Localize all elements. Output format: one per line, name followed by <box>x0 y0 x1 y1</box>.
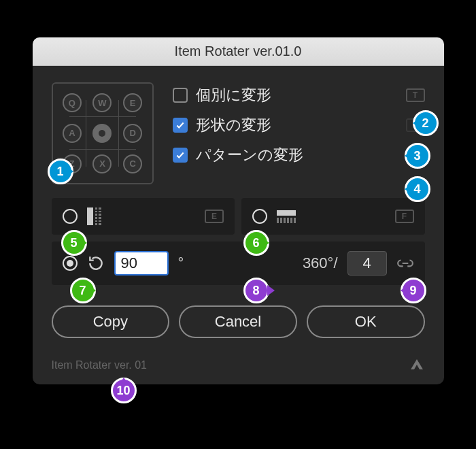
ok-button[interactable]: OK <box>307 305 425 338</box>
rotate-ccw-icon <box>87 254 105 272</box>
window-title: Item Rotater ver.01.0 <box>175 44 302 59</box>
annotation-7: 7 <box>70 278 96 303</box>
hint-key: F <box>395 210 414 223</box>
annotation-9: 9 <box>401 278 426 303</box>
annotation-1: 1 <box>48 159 73 184</box>
key-e[interactable]: E <box>123 93 142 112</box>
key-center[interactable] <box>92 124 112 143</box>
checkbox-shape[interactable] <box>173 118 188 133</box>
fraction-label: 360°/ <box>303 254 338 272</box>
annotation-10: 10 <box>111 378 137 403</box>
angle-input[interactable]: 90 <box>114 251 169 276</box>
annotation-2: 2 <box>413 110 439 136</box>
key-w[interactable]: W <box>92 93 112 112</box>
divisor-input[interactable]: 4 <box>347 251 387 276</box>
mirror-vertical-icon <box>87 207 101 225</box>
checkbox-label: 形状の変形 <box>196 115 406 135</box>
radio-mirror-h[interactable] <box>252 209 267 224</box>
checkbox-row-individual: 個別に変形 T <box>173 85 425 105</box>
radio-mirror-v[interactable] <box>63 209 78 224</box>
key-c[interactable]: C <box>123 154 142 173</box>
logo-icon <box>409 357 425 373</box>
checkbox-row-shape: 形状の変形 <box>173 115 425 135</box>
hint-key: E <box>205 210 224 223</box>
footer-text: Item Rotater ver. 01 <box>52 359 148 371</box>
checkbox-label: パターンの変形 <box>196 145 406 165</box>
annotation-5: 5 <box>61 230 87 256</box>
degree-symbol: ° <box>178 254 184 272</box>
annotation-8: 8 <box>243 278 269 303</box>
key-a[interactable]: A <box>63 124 82 143</box>
hint-key: T <box>406 88 425 102</box>
titlebar: Item Rotater ver.01.0 <box>33 37 444 66</box>
panel-rotate: 90 ° 360°/ 4 <box>52 242 425 285</box>
key-d[interactable]: D <box>123 124 142 143</box>
dialog-window: Item Rotater ver.01.0 Q W E A D Z X C 個別… <box>33 37 444 384</box>
checkbox-label: 個別に変形 <box>196 85 406 105</box>
copy-button[interactable]: Copy <box>52 305 170 338</box>
checkbox-pattern[interactable] <box>173 148 188 163</box>
checkbox-row-pattern: パターンの変形 B <box>173 145 425 165</box>
annotation-4: 4 <box>405 176 430 202</box>
panel-mirror-h: F <box>241 198 425 235</box>
panel-mirror-v: E <box>52 198 235 235</box>
key-x[interactable]: X <box>92 154 112 173</box>
cancel-button[interactable]: Cancel <box>179 305 297 338</box>
checkbox-individual[interactable] <box>173 88 188 103</box>
annotation-6: 6 <box>243 230 269 256</box>
key-q[interactable]: Q <box>63 93 82 112</box>
radio-rotate[interactable] <box>63 256 78 271</box>
link-icon[interactable] <box>396 257 414 269</box>
mirror-horizontal-icon <box>277 210 296 223</box>
annotation-3: 3 <box>405 143 430 169</box>
